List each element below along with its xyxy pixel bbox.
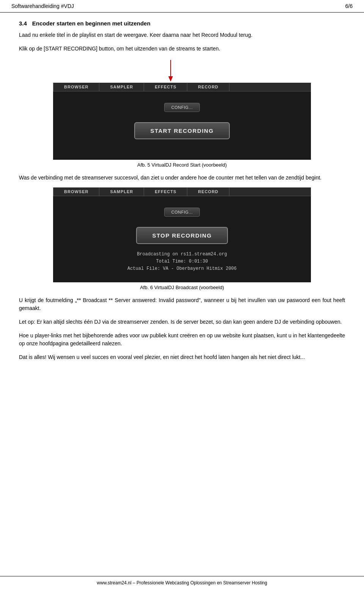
header-title: Softwarehandleiding #VDJ [11, 3, 74, 9]
config-button-2[interactable]: CONFIG... [164, 208, 200, 217]
arrow-annotation [53, 58, 311, 83]
broadcast-line-3: Actual File: VA - Oberbayern Hitmix 2006 [127, 265, 237, 272]
figure-6-wrap: BROWSER SAMPLER EFFECTS RECORD CONFIG...… [19, 187, 345, 296]
paragraph-3: Was de verbinding met de streamserver su… [19, 174, 345, 182]
tab-browser-1: BROWSER [53, 83, 99, 91]
stop-recording-button[interactable]: STOP RECORDING [136, 227, 228, 244]
vdj-panel-2: BROWSER SAMPLER EFFECTS RECORD CONFIG...… [53, 187, 311, 282]
tab-sampler-1: SAMPLER [99, 83, 144, 91]
page-footer: www.stream24.nl – Professionele Webcasti… [0, 576, 364, 589]
config-button-1[interactable]: CONFIG... [164, 103, 200, 112]
tab-record-2: RECORD [187, 187, 229, 196]
header-page: 6/6 [345, 3, 353, 9]
tab-browser-2: BROWSER [53, 187, 99, 196]
paragraph-1: Laad nu enkele titel in de playlist en s… [19, 31, 345, 39]
tab-effects-1: EFFECTS [144, 83, 187, 91]
vdj-panel-1: BROWSER SAMPLER EFFECTS RECORD CONFIG...… [53, 83, 311, 160]
broadcast-info: Broadcasting on rs11.stream24.org Total … [127, 251, 237, 273]
broadcast-line-1: Broadcasting on rs11.stream24.org [127, 251, 237, 258]
svg-marker-1 [168, 76, 173, 82]
figure-5-wrap: BROWSER SAMPLER EFFECTS RECORD CONFIG...… [19, 58, 345, 174]
paragraph-5: Let op: Er kan altijd slechts één DJ via… [19, 318, 345, 326]
main-content: 3.4 Encoder starten en beginnen met uitz… [0, 13, 364, 375]
section-heading-row: 3.4 Encoder starten en beginnen met uitz… [19, 20, 345, 27]
vdj-tabs-2: BROWSER SAMPLER EFFECTS RECORD [53, 187, 311, 196]
paragraph-2: Klik op de [START RECORDING] button, om … [19, 45, 345, 53]
fig5-caption: Afb. 5 VirtualDJ Record Start (voorbeeld… [137, 162, 227, 168]
tab-effects-2: EFFECTS [144, 187, 187, 196]
paragraph-7: Dat is alles! Wij wensen u veel succes e… [19, 353, 345, 362]
fig6-caption: Afb. 6 VirtualDJ Broadcast (voorbeeld) [140, 285, 224, 290]
footer-text: www.stream24.nl – Professionele Webcasti… [97, 580, 267, 586]
paragraph-4: U krijgt de foutmelding „** Broadcast **… [19, 296, 345, 313]
section-title: Encoder starten en beginnen met uitzende… [32, 20, 151, 27]
paragraph-6: Hoe u player-links met het bijbehorende … [19, 332, 345, 348]
broadcast-line-2: Total Time: 0:01:30 [127, 258, 237, 265]
page-header: Softwarehandleiding #VDJ 6/6 [0, 0, 364, 13]
vdj-body-2: CONFIG... STOP RECORDING Broadcasting on… [53, 196, 311, 282]
tab-record-1: RECORD [187, 83, 229, 91]
vdj-body-1: CONFIG... START RECORDING [53, 91, 311, 160]
tab-sampler-2: SAMPLER [99, 187, 144, 196]
section-number: 3.4 [19, 20, 27, 27]
start-recording-button[interactable]: START RECORDING [134, 122, 229, 139]
vdj-tabs-1: BROWSER SAMPLER EFFECTS RECORD [53, 83, 311, 91]
